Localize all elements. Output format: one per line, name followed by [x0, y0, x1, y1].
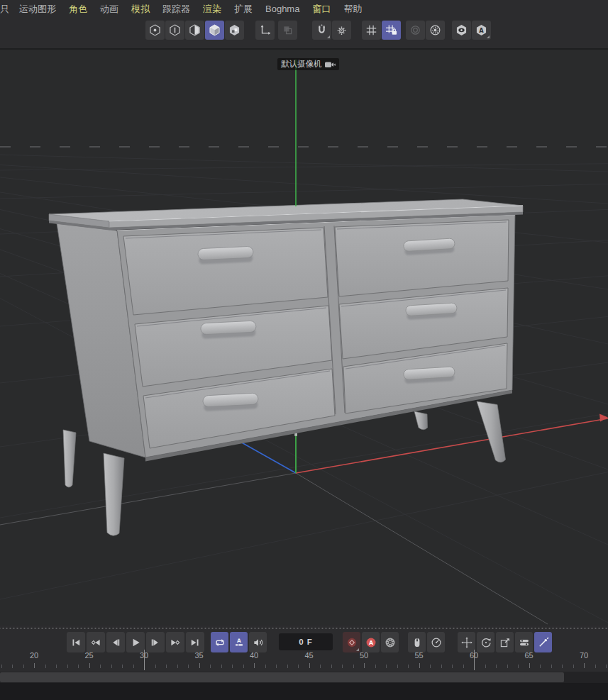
nav-rotate-button[interactable]	[477, 632, 494, 652]
menu-item-只[interactable]: 只	[0, 3, 9, 16]
menu-item-Boghma[interactable]: Boghma	[265, 4, 299, 14]
timeline-scrollbar	[0, 672, 608, 683]
drawer-handle[interactable]	[198, 246, 254, 265]
menu-item-运动图形[interactable]: 运动图形	[19, 3, 56, 16]
ruler-label-20: 20	[30, 651, 38, 660]
nav-frame-button[interactable]	[496, 632, 514, 652]
timeline-ruler[interactable]: 2025303540455055606570	[0, 650, 608, 672]
rec-autokey-button[interactable]: A	[362, 632, 380, 652]
menu-item-模拟[interactable]: 模拟	[131, 3, 150, 16]
loop-button[interactable]	[211, 632, 228, 652]
ruler-tick	[309, 663, 310, 668]
drawer-handle[interactable]	[404, 238, 455, 255]
menu-item-扩展[interactable]: 扩展	[234, 3, 253, 16]
toolbar-group-4	[406, 21, 445, 40]
ruler-tick	[34, 663, 35, 668]
camera-label[interactable]: 默认摄像机	[277, 58, 339, 70]
mode-edges-icon	[168, 23, 182, 37]
jump-start-button[interactable]	[67, 632, 85, 652]
mode-model-button[interactable]	[205, 21, 224, 40]
ruler-tick	[529, 663, 530, 668]
transport-controls	[67, 632, 204, 652]
nav-hud-button[interactable]	[515, 632, 533, 652]
snap-settings-button[interactable]	[332, 21, 351, 40]
workplane-plane-button[interactable]	[278, 21, 297, 40]
ruler-tick	[408, 665, 409, 668]
next-frame-button[interactable]	[146, 632, 165, 652]
mode-points-button[interactable]	[145, 21, 165, 40]
ruler-tick	[595, 665, 596, 668]
ruler-tick	[89, 663, 90, 668]
current-frame-field[interactable]: 0 F	[279, 633, 333, 650]
scrollbar-thumb[interactable]	[0, 672, 564, 682]
solo-a-icon: A	[475, 23, 488, 37]
quantize-settings-button[interactable]	[426, 21, 445, 40]
prev-key-button[interactable]	[87, 632, 105, 652]
rec-keyframe-icon	[346, 636, 358, 649]
input-mouse-button[interactable]	[408, 632, 426, 652]
next-key-button[interactable]	[166, 632, 184, 652]
solo-a-button[interactable]: A	[472, 21, 491, 40]
autokey-range-button[interactable]: A	[230, 632, 248, 652]
prev-frame-button[interactable]	[106, 632, 125, 652]
next-key-icon	[169, 636, 182, 649]
workplane-axis-icon	[258, 23, 272, 37]
play-button[interactable]	[126, 632, 145, 652]
mode-model-icon	[208, 23, 221, 37]
ruler-tick	[133, 665, 134, 668]
application-window: 只运动图形角色动画模拟跟踪器渲染扩展Boghma窗口帮助 A	[0, 0, 608, 700]
viewport-3d[interactable]	[0, 50, 608, 626]
ruler-label-45: 45	[304, 651, 313, 660]
jump-end-button[interactable]	[186, 632, 204, 652]
grid-plane-button[interactable]	[362, 21, 381, 40]
svg-text:A: A	[368, 640, 373, 646]
toolbar-group-3	[362, 21, 401, 40]
rec-keyframe-button[interactable]	[343, 632, 360, 652]
toolbar: A	[0, 18, 608, 48]
camera-icon	[324, 60, 336, 69]
toolbar-group-2	[312, 21, 351, 40]
ruler-tick	[254, 663, 255, 668]
menu-item-渲染[interactable]: 渲染	[203, 3, 221, 16]
mode-polygons-icon	[188, 23, 201, 37]
axis-y-handle[interactable]	[294, 433, 297, 436]
ruler-tick	[364, 663, 365, 668]
sound-button[interactable]	[249, 632, 267, 652]
nav-rotate-icon	[480, 636, 492, 649]
mode-texture-button[interactable]	[225, 21, 244, 40]
ruler-tick	[386, 665, 387, 668]
ruler-tick	[485, 665, 486, 668]
quantize-rings-button[interactable]	[406, 21, 425, 40]
rec-settings-icon	[384, 636, 397, 649]
drawer-handle[interactable]	[406, 303, 458, 320]
ruler-tick	[45, 665, 46, 668]
timeline-divider-dots[interactable]	[0, 626, 608, 629]
grid-lock-button[interactable]	[382, 21, 401, 40]
menu-item-窗口[interactable]: 窗口	[312, 3, 331, 16]
ruler-tick	[78, 665, 79, 668]
snap-magnet-button[interactable]	[312, 21, 331, 40]
quantize-settings-icon	[429, 23, 442, 37]
drawer-handle[interactable]	[201, 321, 257, 339]
mode-edges-button[interactable]	[165, 21, 184, 40]
solo-eye-button[interactable]	[452, 21, 471, 40]
menu-item-动画[interactable]: 动画	[100, 3, 118, 16]
snap-magnet-icon	[315, 23, 328, 37]
mode-polygons-button[interactable]	[185, 21, 204, 40]
input-device-controls	[408, 632, 445, 652]
toolbar-group-1	[255, 21, 297, 40]
mode-texture-icon	[228, 23, 241, 37]
ruler-tick	[463, 665, 464, 668]
input-dial-button[interactable]	[427, 632, 445, 652]
nav-isolate-button[interactable]	[534, 632, 552, 652]
menu-item-跟踪器[interactable]: 跟踪器	[162, 3, 190, 16]
drawer-handle[interactable]	[404, 367, 455, 384]
menu-item-角色[interactable]: 角色	[69, 3, 87, 16]
ruler-tick	[276, 665, 277, 668]
nav-move-button[interactable]	[458, 632, 475, 652]
drawer-handle[interactable]	[203, 393, 259, 411]
menu-item-帮助[interactable]: 帮助	[343, 3, 362, 16]
loop-icon	[214, 636, 226, 649]
workplane-axis-button[interactable]	[255, 21, 275, 40]
rec-settings-button[interactable]	[381, 632, 399, 652]
